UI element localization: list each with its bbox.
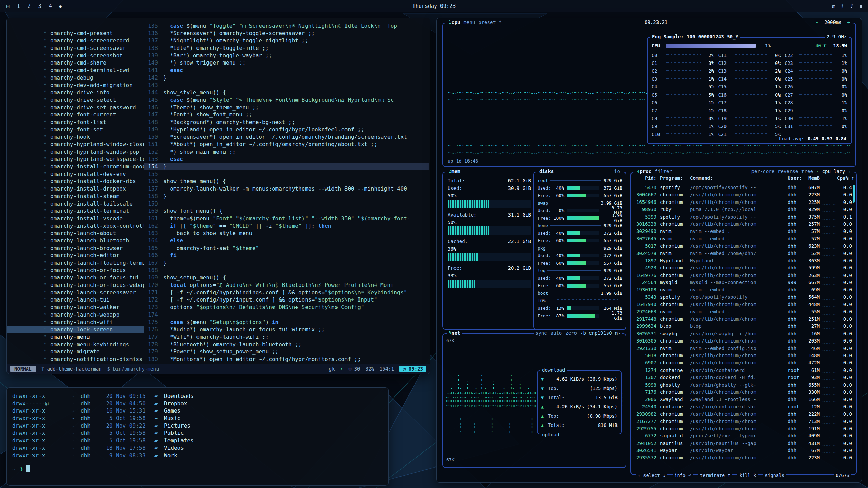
code-line[interactable]: 157 omarchy-launch-walker -m menus:omarc… [144,185,429,193]
menu-button[interactable]: menu [462,19,477,25]
mem-box-title[interactable]: 2mem [447,169,462,174]
code-line[interactable]: 146 *Theme*) show_theme_menu ;; [144,104,429,111]
interval-decrease-button[interactable]: - [816,19,818,25]
code-line[interactable]: 179 *Power*) show_setup_power_menu ;; [144,348,429,355]
net-auto-button[interactable]: auto [549,330,564,336]
code-line[interactable]: 170 local options="♫ Audio\n⌁ Wifi\nᛒ Bl… [144,281,429,289]
table-row[interactable]: 3026541 waybar /usr/bin/waybar dhh 67M ⣀… [635,447,852,454]
table-row[interactable]: 5399 spotify /opt/spotify/spotify -- dhh… [635,213,852,221]
shell-prompt[interactable]: ~ ❯ [12,465,388,472]
code-line[interactable]: 142} [144,74,429,82]
code-line[interactable]: 180 *Monitors*) open_in_editor ~/.config… [144,355,429,363]
table-row[interactable]: 1274 containe /usr/bin/containerd root 6… [635,367,852,374]
table-row[interactable]: 2917448 chromium /usr/lib/chromium/chrom… [635,316,852,323]
list-item[interactable]: drwxr-xr-x - dhh 18 Nov 17:58 ▰ Videos [12,444,388,452]
tray-icon[interactable]: ᛒ [841,3,844,9]
code-line[interactable]: 172 [ -f ~/.config/hypr/input.conf ] && … [144,296,429,304]
code-line[interactable]: 161 theme=$(menu "Font" "$(omarchy-font-… [144,215,429,222]
table-row[interactable]: 1649776 chromium /usr/lib/chromium/chrom… [635,272,852,279]
disks-box-title[interactable]: disks [538,169,555,174]
per-core-toggle[interactable]: per-core [750,169,776,174]
code-line[interactable]: 156show_theme_menu() { [144,178,429,185]
code-line[interactable]: 176 *Audio*) omarchy-launch-or-focus-tui… [144,326,429,333]
tray-icon[interactable]: ♪ [850,3,853,9]
code-line[interactable]: 151 *About*) open_in_editor ~/.config/om… [144,141,429,148]
table-row[interactable]: 2999634 btop btop dhh 27M ⣀⣀⡀⣀ 0.0 [635,323,852,330]
table-row[interactable]: 7176 chromium /usr/lib/chromium/chrom dh… [635,389,852,396]
file-list-pane[interactable]: *omarchy-cmd-present *omarchy-cmd-screen… [7,22,144,364]
code-line[interactable]: 173 options="$options\n✓ Defaults\n⊕ DNS… [144,304,429,311]
list-item[interactable]: drwxr-xr-x - dhh 20 Nov 09:15 ▰ Download… [12,392,388,400]
code-line[interactable]: 140 *) show_trigger_menu ;; [144,59,429,67]
code-line[interactable]: 148 *Background*) omarchy-theme-bg-next … [144,118,429,126]
code-line[interactable]: 155 [144,170,429,178]
table-row[interactable]: 6907 chromium /usr/lib/chromium/chrom dh… [635,359,852,366]
table-row[interactable]: 2924063 nvim nvim --embed . dhh 55M ⣀⣀⡀⣀… [635,308,852,316]
reverse-toggle[interactable]: reverse [776,169,800,174]
table-row[interactable]: 5017 chromium /usr/lib/chromium/chrom dh… [635,242,852,250]
code-line[interactable]: 147 *Font*) show_font_menu ;; [144,111,429,118]
table-row[interactable]: 3016338 chromium /usr/lib/chromium/chrom… [635,221,852,228]
process-action-button[interactable]: terminate t [698,473,732,478]
table-row[interactable]: 2941052 nautilus /usr/bin/nautilus --gap… [635,440,852,447]
net-box-title[interactable]: 3net [447,330,462,336]
net-interface-selector[interactable]: ‹b enp191s0 n› [579,330,622,336]
table-row[interactable]: 24564 mysqld mysqld --max-connection 999… [635,279,852,286]
net-zero-button[interactable]: zero [564,330,579,336]
list-item[interactable]: drwxr-xr-x - dhh 9 Nov 08:33 ▰ Work [12,452,388,459]
code-line[interactable]: 178 *Bluetooth*) omarchy-launch-bluetoot… [144,341,429,348]
code-line[interactable]: 162 if [[ "$theme" == "CNCLD" || -z "$th… [144,222,429,230]
list-item[interactable]: drwxr-xr-x - dhh 5 Oct 19:58 ▰ Templates [12,437,388,444]
tree-toggle[interactable]: tree [800,169,815,174]
table-row[interactable]: 1654946 chromium /usr/lib/chromium/chrom… [635,199,852,206]
table-row[interactable]: 3027645 nvim nvim --embed . dhh 57M ⣀⣀⡀⣀… [635,235,852,242]
table-row[interactable]: 5018 chromium /usr/lib/chromium/chrom dh… [635,352,852,359]
io-mode-button[interactable]: io [612,169,622,174]
table-row[interactable]: 5343 spotify /opt/spotify/spotify dhh 56… [635,294,852,301]
code-line[interactable]: 160show_font_menu() { [144,207,429,215]
list-item[interactable]: drwxr-xr-x - dhh 16 Nov 15:31 ▰ Games [12,407,388,415]
sort-next-button[interactable]: › [848,169,851,174]
code-line[interactable]: 159 [144,200,429,208]
list-item[interactable]: drwxr-xr-x - dhh 5 Oct 19:58 ▰ Public [12,429,388,437]
code-line[interactable]: 175 case $(menu "Setup\n$options") in [144,319,429,326]
process-action-button[interactable]: info ⏎ [673,473,693,478]
process-action-button[interactable]: ↑ select ↓ [636,473,667,478]
table-row[interactable]: 3016305 chromium /usr/lib/chromium/chrom… [635,337,852,345]
code-line[interactable]: 149 *Hyprland*) open_in_editor ~/.config… [144,126,429,134]
table-row[interactable]: 2167277 chromium /usr/lib/chromium/chrom… [635,418,852,425]
list-item[interactable]: drwxr-xr-x - dhh 20 Nov 09:22 ▰ Pictures [12,422,388,430]
table-row[interactable]: 2006 Xwayland Xwayland :1 -rootless - dh… [635,396,852,403]
table-row[interactable]: 2930982 chromium /usr/lib/chromium/chrom… [635,410,852,418]
code-line[interactable]: 177 *Wifi*) omarchy-launch-wifi ;; [144,333,429,341]
code-line[interactable]: 174 [144,311,429,319]
list-item[interactable]: drwx------@ - dhh 20 Nov 04:50 ▰ Dropbox [12,400,388,407]
code-line[interactable]: 145 case $(menu "Style" "✎ Theme\n◈ Font… [144,96,429,104]
list-item[interactable]: drwxr-xr-x - dhh 5 Oct 19:58 ▰ Music [12,415,388,422]
code-line[interactable]: 171 [ -f ~/.config/hypr/bindings.conf ] … [144,289,429,296]
code-line[interactable]: 165 omarchy-font-set "$theme" [144,245,429,252]
preset-button[interactable]: preset * [477,19,503,25]
code-line[interactable]: 154} [144,163,429,170]
table-row[interactable]: 2929755 chromium /usr/lib/chromium/chrom… [635,425,852,432]
table-row[interactable]: 2935572 chromium /usr/lib/chromium/chrom… [635,454,852,461]
code-line[interactable]: 152 *) show_main_menu ;; [144,148,429,156]
code-line[interactable]: 168 [144,267,429,274]
table-row[interactable]: 5998 ghostty /usr/bin/ghostty --gtk- dhh… [635,381,852,389]
tray-icon[interactable]: ▮ [859,3,863,9]
terminal-cursor[interactable] [26,465,30,472]
code-line[interactable]: 153 esac [144,155,429,163]
table-row[interactable]: 24540 containe /usr/bin/containerd-shi r… [635,403,852,410]
code-line[interactable]: 138 *Idle*) omarchy-toggle-idle ;; [144,44,429,52]
sort-prev-button[interactable]: ‹ [816,169,819,174]
table-row[interactable]: 3024578 nvim nvim --embed /home/dhh/ dhh… [635,250,852,257]
code-line[interactable]: 169show_setup_menu() { [144,274,429,281]
interval-increase-button[interactable]: + [847,19,850,25]
table-row[interactable]: 5470 spotify /opt/spotify/spotify -- dhh… [635,184,852,191]
table-row[interactable]: 6772 signal-d /proc/self/exe --type=r dh… [635,432,852,440]
code-line[interactable]: 143 [144,82,429,89]
table-row[interactable]: 3004667 chromium /usr/lib/chromium/chrom… [635,191,852,198]
process-table-header[interactable]: Pid: Program: Command: User: MemB Cpu% ↑ [635,175,852,183]
table-row[interactable]: 1647940 chromium /usr/lib/chromium/chrom… [635,301,852,308]
code-line[interactable]: 163 back_to show_style_menu [144,229,429,237]
